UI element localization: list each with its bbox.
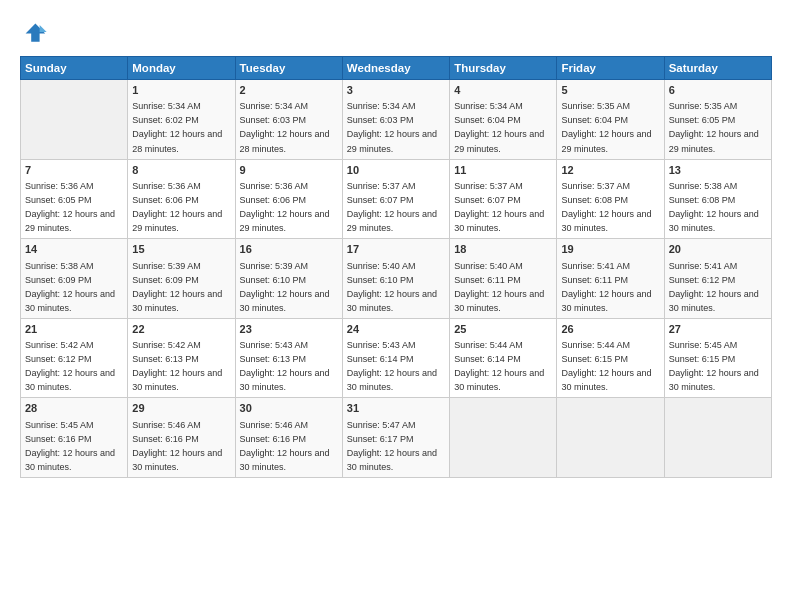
calendar-day-cell: 12 Sunrise: 5:37 AMSunset: 6:08 PMDaylig…: [557, 159, 664, 239]
calendar-day-cell: 13 Sunrise: 5:38 AMSunset: 6:08 PMDaylig…: [664, 159, 771, 239]
day-number: 1: [132, 83, 230, 98]
calendar-day-cell: 21 Sunrise: 5:42 AMSunset: 6:12 PMDaylig…: [21, 318, 128, 398]
day-detail: Sunrise: 5:34 AMSunset: 6:03 PMDaylight:…: [240, 101, 330, 153]
calendar-day-cell: [664, 398, 771, 478]
day-detail: Sunrise: 5:34 AMSunset: 6:04 PMDaylight:…: [454, 101, 544, 153]
calendar-table: SundayMondayTuesdayWednesdayThursdayFrid…: [20, 56, 772, 478]
day-number: 13: [669, 163, 767, 178]
calendar-day-cell: 1 Sunrise: 5:34 AMSunset: 6:02 PMDayligh…: [128, 80, 235, 160]
calendar-day-cell: 27 Sunrise: 5:45 AMSunset: 6:15 PMDaylig…: [664, 318, 771, 398]
day-number: 22: [132, 322, 230, 337]
calendar-day-cell: 25 Sunrise: 5:44 AMSunset: 6:14 PMDaylig…: [450, 318, 557, 398]
weekday-header: Monday: [128, 57, 235, 80]
calendar-day-cell: [450, 398, 557, 478]
day-number: 8: [132, 163, 230, 178]
day-detail: Sunrise: 5:46 AMSunset: 6:16 PMDaylight:…: [240, 420, 330, 472]
day-detail: Sunrise: 5:34 AMSunset: 6:03 PMDaylight:…: [347, 101, 437, 153]
weekday-header: Saturday: [664, 57, 771, 80]
calendar-day-cell: 15 Sunrise: 5:39 AMSunset: 6:09 PMDaylig…: [128, 239, 235, 319]
day-detail: Sunrise: 5:44 AMSunset: 6:14 PMDaylight:…: [454, 340, 544, 392]
calendar-body: 1 Sunrise: 5:34 AMSunset: 6:02 PMDayligh…: [21, 80, 772, 478]
day-detail: Sunrise: 5:40 AMSunset: 6:11 PMDaylight:…: [454, 261, 544, 313]
day-number: 10: [347, 163, 445, 178]
calendar-day-cell: 20 Sunrise: 5:41 AMSunset: 6:12 PMDaylig…: [664, 239, 771, 319]
day-detail: Sunrise: 5:34 AMSunset: 6:02 PMDaylight:…: [132, 101, 222, 153]
day-number: 7: [25, 163, 123, 178]
day-number: 31: [347, 401, 445, 416]
calendar-day-cell: 24 Sunrise: 5:43 AMSunset: 6:14 PMDaylig…: [342, 318, 449, 398]
day-detail: Sunrise: 5:42 AMSunset: 6:13 PMDaylight:…: [132, 340, 222, 392]
calendar-week-row: 28 Sunrise: 5:45 AMSunset: 6:16 PMDaylig…: [21, 398, 772, 478]
day-number: 28: [25, 401, 123, 416]
weekday-header: Sunday: [21, 57, 128, 80]
weekday-row: SundayMondayTuesdayWednesdayThursdayFrid…: [21, 57, 772, 80]
day-detail: Sunrise: 5:37 AMSunset: 6:08 PMDaylight:…: [561, 181, 651, 233]
logo-icon: [20, 18, 48, 46]
calendar-day-cell: 22 Sunrise: 5:42 AMSunset: 6:13 PMDaylig…: [128, 318, 235, 398]
calendar-day-cell: 18 Sunrise: 5:40 AMSunset: 6:11 PMDaylig…: [450, 239, 557, 319]
calendar-day-cell: 4 Sunrise: 5:34 AMSunset: 6:04 PMDayligh…: [450, 80, 557, 160]
weekday-header: Friday: [557, 57, 664, 80]
calendar-day-cell: 29 Sunrise: 5:46 AMSunset: 6:16 PMDaylig…: [128, 398, 235, 478]
calendar-page: SundayMondayTuesdayWednesdayThursdayFrid…: [0, 0, 792, 612]
day-detail: Sunrise: 5:46 AMSunset: 6:16 PMDaylight:…: [132, 420, 222, 472]
calendar-day-cell: 17 Sunrise: 5:40 AMSunset: 6:10 PMDaylig…: [342, 239, 449, 319]
day-number: 19: [561, 242, 659, 257]
day-number: 26: [561, 322, 659, 337]
weekday-header: Wednesday: [342, 57, 449, 80]
day-detail: Sunrise: 5:37 AMSunset: 6:07 PMDaylight:…: [347, 181, 437, 233]
calendar-week-row: 7 Sunrise: 5:36 AMSunset: 6:05 PMDayligh…: [21, 159, 772, 239]
day-detail: Sunrise: 5:36 AMSunset: 6:06 PMDaylight:…: [240, 181, 330, 233]
day-number: 23: [240, 322, 338, 337]
calendar-day-cell: 23 Sunrise: 5:43 AMSunset: 6:13 PMDaylig…: [235, 318, 342, 398]
calendar-day-cell: 10 Sunrise: 5:37 AMSunset: 6:07 PMDaylig…: [342, 159, 449, 239]
day-number: 5: [561, 83, 659, 98]
calendar-week-row: 1 Sunrise: 5:34 AMSunset: 6:02 PMDayligh…: [21, 80, 772, 160]
calendar-day-cell: [557, 398, 664, 478]
calendar-day-cell: 11 Sunrise: 5:37 AMSunset: 6:07 PMDaylig…: [450, 159, 557, 239]
calendar-day-cell: 28 Sunrise: 5:45 AMSunset: 6:16 PMDaylig…: [21, 398, 128, 478]
day-detail: Sunrise: 5:47 AMSunset: 6:17 PMDaylight:…: [347, 420, 437, 472]
day-detail: Sunrise: 5:37 AMSunset: 6:07 PMDaylight:…: [454, 181, 544, 233]
day-number: 3: [347, 83, 445, 98]
day-number: 6: [669, 83, 767, 98]
day-number: 17: [347, 242, 445, 257]
day-number: 24: [347, 322, 445, 337]
day-detail: Sunrise: 5:43 AMSunset: 6:14 PMDaylight:…: [347, 340, 437, 392]
day-detail: Sunrise: 5:43 AMSunset: 6:13 PMDaylight:…: [240, 340, 330, 392]
weekday-header: Tuesday: [235, 57, 342, 80]
day-detail: Sunrise: 5:39 AMSunset: 6:10 PMDaylight:…: [240, 261, 330, 313]
day-number: 18: [454, 242, 552, 257]
day-number: 21: [25, 322, 123, 337]
day-detail: Sunrise: 5:35 AMSunset: 6:05 PMDaylight:…: [669, 101, 759, 153]
logo: [20, 18, 52, 46]
day-detail: Sunrise: 5:41 AMSunset: 6:12 PMDaylight:…: [669, 261, 759, 313]
day-detail: Sunrise: 5:36 AMSunset: 6:06 PMDaylight:…: [132, 181, 222, 233]
day-number: 30: [240, 401, 338, 416]
day-number: 12: [561, 163, 659, 178]
day-detail: Sunrise: 5:44 AMSunset: 6:15 PMDaylight:…: [561, 340, 651, 392]
day-detail: Sunrise: 5:41 AMSunset: 6:11 PMDaylight:…: [561, 261, 651, 313]
day-number: 11: [454, 163, 552, 178]
calendar-day-cell: 14 Sunrise: 5:38 AMSunset: 6:09 PMDaylig…: [21, 239, 128, 319]
day-detail: Sunrise: 5:45 AMSunset: 6:15 PMDaylight:…: [669, 340, 759, 392]
calendar-day-cell: 6 Sunrise: 5:35 AMSunset: 6:05 PMDayligh…: [664, 80, 771, 160]
calendar-day-cell: 7 Sunrise: 5:36 AMSunset: 6:05 PMDayligh…: [21, 159, 128, 239]
calendar-day-cell: 26 Sunrise: 5:44 AMSunset: 6:15 PMDaylig…: [557, 318, 664, 398]
calendar-day-cell: 5 Sunrise: 5:35 AMSunset: 6:04 PMDayligh…: [557, 80, 664, 160]
day-number: 25: [454, 322, 552, 337]
day-detail: Sunrise: 5:36 AMSunset: 6:05 PMDaylight:…: [25, 181, 115, 233]
header: [20, 18, 772, 46]
day-detail: Sunrise: 5:45 AMSunset: 6:16 PMDaylight:…: [25, 420, 115, 472]
calendar-header: SundayMondayTuesdayWednesdayThursdayFrid…: [21, 57, 772, 80]
day-number: 27: [669, 322, 767, 337]
calendar-day-cell: 16 Sunrise: 5:39 AMSunset: 6:10 PMDaylig…: [235, 239, 342, 319]
calendar-week-row: 21 Sunrise: 5:42 AMSunset: 6:12 PMDaylig…: [21, 318, 772, 398]
calendar-day-cell: 2 Sunrise: 5:34 AMSunset: 6:03 PMDayligh…: [235, 80, 342, 160]
day-detail: Sunrise: 5:38 AMSunset: 6:08 PMDaylight:…: [669, 181, 759, 233]
day-number: 29: [132, 401, 230, 416]
svg-marker-1: [40, 25, 47, 32]
day-detail: Sunrise: 5:40 AMSunset: 6:10 PMDaylight:…: [347, 261, 437, 313]
calendar-week-row: 14 Sunrise: 5:38 AMSunset: 6:09 PMDaylig…: [21, 239, 772, 319]
day-number: 15: [132, 242, 230, 257]
